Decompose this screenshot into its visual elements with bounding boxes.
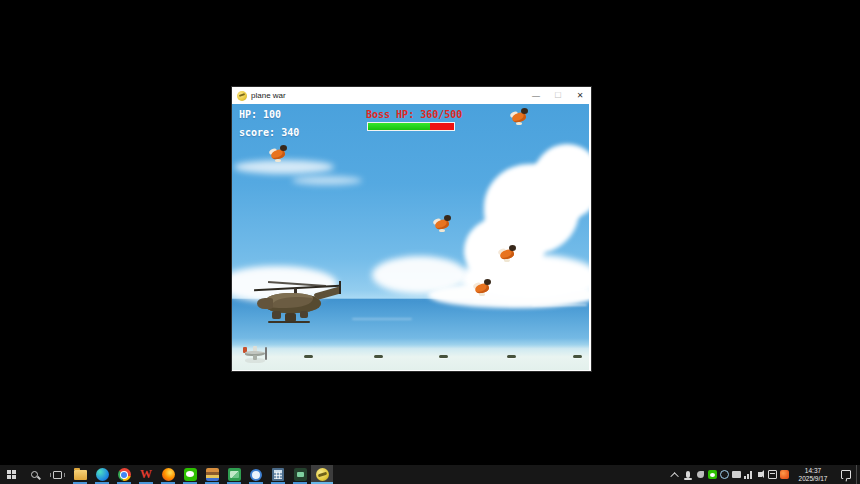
edge-browser-icon <box>95 468 109 482</box>
desktop: plane war — ☐ ✕ HP: 100 score: 340 <box>0 0 860 484</box>
bullet-sprite <box>439 355 448 358</box>
bullet-sprite <box>507 355 516 358</box>
cloud <box>292 176 362 185</box>
action-center-icon <box>841 470 851 479</box>
search-icon <box>31 471 38 478</box>
blue-ring-app-icon <box>249 468 263 482</box>
calculator-app-icon <box>271 468 285 482</box>
taskbar: W 14:37 2025/9/17 <box>0 465 860 484</box>
ime-indicator-tray-icon[interactable] <box>766 465 778 484</box>
blue-ring-tray-icon[interactable] <box>718 465 730 484</box>
enemy-bird-sprite <box>497 244 519 262</box>
device-tray-icon[interactable] <box>730 465 742 484</box>
file-explorer-taskbar-button[interactable] <box>69 465 91 484</box>
wechat-tray-icon[interactable] <box>706 465 718 484</box>
water-glint <box>532 304 587 306</box>
close-button[interactable]: ✕ <box>569 87 591 104</box>
volume-tray-icon[interactable] <box>754 465 766 484</box>
enemy-bird-sprite <box>509 107 531 125</box>
player-plane-sprite <box>242 343 272 369</box>
window-titlebar[interactable]: plane war — ☐ ✕ <box>232 87 591 104</box>
mail-app-taskbar-button[interactable] <box>201 465 223 484</box>
enemy-bird-sprite <box>472 278 494 296</box>
window-controls: — ☐ ✕ <box>525 87 591 104</box>
clock-date: 2025/9/17 <box>790 475 836 483</box>
maximize-button: ☐ <box>547 87 569 104</box>
dev-tool-app-icon <box>293 468 307 482</box>
taskbar-clock[interactable]: 14:37 2025/9/17 <box>790 466 836 483</box>
pygame-plane-war-taskbar-button[interactable] <box>311 465 333 484</box>
file-explorer-icon <box>73 468 87 482</box>
bullet-sprite <box>374 355 383 358</box>
window-title: plane war <box>251 87 286 104</box>
boss-hp-bar <box>367 122 455 131</box>
dev-tool-app-taskbar-button[interactable] <box>289 465 311 484</box>
bullet-sprite <box>304 355 313 358</box>
boss-helicopter-sprite <box>252 280 344 334</box>
windows-logo-icon <box>7 470 16 479</box>
task-view-icon <box>53 471 62 479</box>
hidden-icons-chevron-icon[interactable] <box>670 465 682 484</box>
wechat-taskbar-button[interactable] <box>179 465 201 484</box>
enemy-bird-sprite <box>432 214 454 232</box>
security-tray-icon[interactable] <box>778 465 790 484</box>
firefox-browser-taskbar-button[interactable] <box>157 465 179 484</box>
water-glint <box>352 318 412 320</box>
photos-app-icon <box>227 468 241 482</box>
network-tray-icon[interactable] <box>742 465 754 484</box>
water-glint <box>472 300 512 302</box>
enemy-bird-sprite <box>268 144 290 162</box>
boss-hp-fill <box>368 123 430 130</box>
mail-app-icon <box>205 468 219 482</box>
start-button[interactable] <box>0 465 23 484</box>
system-tray: 14:37 2025/9/17 <box>670 465 860 484</box>
show-desktop-button[interactable] <box>856 465 860 484</box>
blue-ring-app-taskbar-button[interactable] <box>245 465 267 484</box>
tray-icons <box>670 465 790 484</box>
photos-app-taskbar-button[interactable] <box>223 465 245 484</box>
bullet-sprite <box>573 355 582 358</box>
chrome-browser-icon <box>117 468 131 482</box>
microphone-tray-icon[interactable] <box>682 465 694 484</box>
action-center-button[interactable] <box>836 465 856 484</box>
taskbar-apps: W <box>69 465 333 484</box>
pygame-plane-war-icon <box>315 468 329 482</box>
task-view-button[interactable] <box>46 465 69 484</box>
firefox-browser-icon <box>161 468 175 482</box>
boss-hp-label: Boss HP: 360/500 <box>366 109 462 120</box>
game-window: plane war — ☐ ✕ HP: 100 score: 340 <box>232 87 591 371</box>
score-label: score: 340 <box>239 127 299 138</box>
edge-browser-taskbar-button[interactable] <box>91 465 113 484</box>
wps-office-taskbar-button[interactable]: W <box>135 465 157 484</box>
pygame-icon <box>237 91 247 101</box>
minimize-button[interactable]: — <box>525 87 547 104</box>
leaf-tray-icon[interactable] <box>694 465 706 484</box>
cloud <box>234 160 334 174</box>
wechat-icon <box>183 468 197 482</box>
calculator-app-taskbar-button[interactable] <box>267 465 289 484</box>
game-canvas[interactable]: HP: 100 score: 340 Boss HP: 360/500 <box>232 104 589 370</box>
clock-time: 14:37 <box>790 467 836 475</box>
wps-office-icon: W <box>139 468 153 482</box>
chrome-browser-taskbar-button[interactable] <box>113 465 135 484</box>
search-button[interactable] <box>23 465 46 484</box>
hp-label: HP: 100 <box>239 109 281 120</box>
